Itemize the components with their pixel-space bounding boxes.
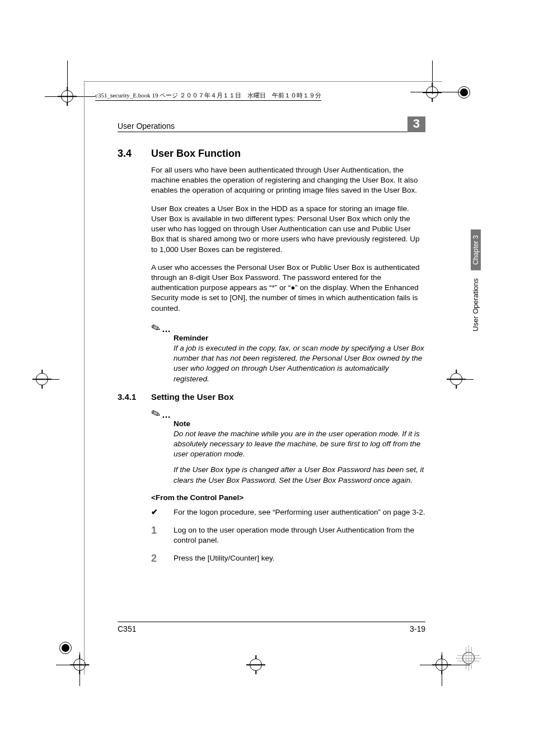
subsection-number: 3.4.1: [118, 392, 151, 402]
registration-mark-icon: [32, 370, 51, 389]
crop-frame: [84, 81, 442, 82]
body-paragraph: User Box creates a User Box in the HDD a…: [151, 204, 425, 255]
registration-mark-icon: [455, 83, 474, 102]
crop-line: [45, 96, 95, 97]
crop-line: [466, 379, 474, 380]
crop-line: [79, 652, 80, 686]
note-body: If the User Box type is changed after a …: [174, 465, 425, 485]
bullet-item: ✔ For the logon procedure, see “Performi…: [151, 507, 425, 517]
section-title: User Box Function: [151, 148, 241, 160]
subheading-control-panel: <From the Control Panel>: [151, 493, 425, 502]
crop-line: [51, 379, 59, 380]
subsection-heading: 3.4.1 Setting the User Box: [118, 392, 425, 402]
crop-line: [56, 665, 90, 665]
reminder-heading: Reminder: [174, 334, 425, 342]
step-number: 2: [151, 553, 174, 563]
step-text: Press the [Utility/Counter] key.: [174, 553, 425, 563]
step-text: Log on to the user operation mode throug…: [174, 525, 425, 545]
chapter-number-box: 3: [407, 116, 425, 132]
side-chapter-label: Chapter 3: [471, 230, 481, 270]
side-tab: Chapter 3 User Operations: [471, 230, 481, 381]
pen-icon: ✎: [149, 320, 162, 336]
crop-line: [67, 60, 68, 105]
body-paragraph: A user who accesses the Personal User Bo…: [151, 263, 425, 314]
step-number: 1: [151, 525, 174, 545]
registration-mark-icon: [447, 370, 466, 389]
note-heading: Note: [174, 419, 425, 428]
book-meta-line: c351_security_E.book 19 ページ ２００７年４月１１日 水…: [95, 91, 321, 101]
footer-page: 3-19: [410, 624, 425, 633]
page-footer: C351 3-19: [118, 622, 425, 633]
running-head: User Operations 3: [118, 115, 425, 132]
running-head-title: User Operations: [118, 122, 175, 130]
registration-mark-icon: [56, 638, 75, 657]
registration-mark-icon: [246, 655, 265, 674]
footer-model: C351: [118, 624, 136, 633]
reminder-body: If a job is executed in the copy, fax, o…: [174, 343, 425, 384]
step-item: 1 Log on to the user operation mode thro…: [151, 525, 425, 545]
crop-line: [410, 92, 466, 92]
crop-frame: [84, 81, 85, 675]
pen-icon: ✎: [149, 406, 162, 422]
checkmark-icon: ✔: [151, 507, 174, 517]
ellipsis-icon: …: [162, 410, 172, 419]
crop-line: [420, 665, 470, 665]
crop-line: [432, 60, 433, 94]
reminder-block: ✎… Reminder If a job is executed in the …: [151, 321, 425, 384]
note-block: ✎… Note Do not leave the machine while y…: [151, 407, 425, 486]
ellipsis-icon: …: [162, 324, 172, 334]
note-body: Do not leave the machine while you are i…: [174, 429, 425, 460]
step-item: 2 Press the [Utility/Counter] key.: [151, 553, 425, 563]
crop-line: [442, 652, 442, 686]
section-heading: 3.4 User Box Function: [118, 148, 425, 160]
side-section-label: User Operations: [471, 275, 480, 335]
bullet-text: For the logon procedure, see “Performing…: [174, 507, 425, 517]
subsection-title: Setting the User Box: [151, 392, 234, 402]
body-paragraph: For all users who have been authenticate…: [151, 165, 425, 196]
section-number: 3.4: [118, 148, 151, 160]
